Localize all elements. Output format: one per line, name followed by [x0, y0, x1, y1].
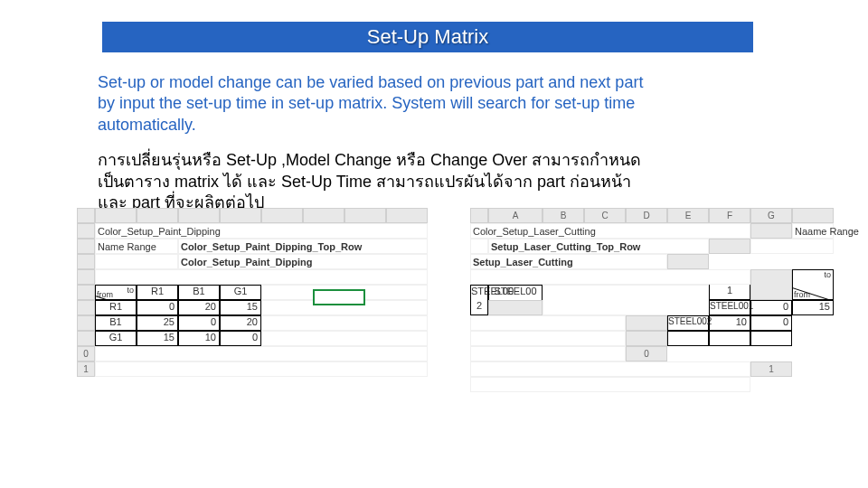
- name-range-1-left: Color_Setup_Paint_Dipping_Top_Row: [178, 239, 428, 254]
- name-range-2-left: Color_Setup_Paint_Dipping: [178, 254, 428, 269]
- matrix-cell[interactable]: 15: [792, 300, 834, 315]
- matrix-cell[interactable]: 10: [709, 315, 750, 331]
- row-header[interactable]: STEEL002: [667, 315, 709, 331]
- description-block: Set-up or model change can be varied bas…: [98, 72, 658, 213]
- row-header[interactable]: G1: [95, 331, 137, 346]
- row-header[interactable]: STEEL001: [709, 300, 750, 315]
- name-range-1-right: Setup_Laser_Cutting_Top_Row: [488, 239, 709, 254]
- row-header[interactable]: B1: [95, 315, 137, 331]
- matrix-cell[interactable]: 15: [220, 300, 261, 315]
- matrix-cell[interactable]: 10: [178, 331, 220, 346]
- from-to-corner-left: to from: [95, 285, 137, 300]
- matrix-cell[interactable]: 25: [137, 315, 178, 331]
- spreadsheet-right: A B C D E F G Color_Setup_Laser_Cutting …: [470, 208, 814, 392]
- spreadsheet-left: Color_Setup_Paint_Dipping Name Range Col…: [77, 208, 402, 392]
- col-header[interactable]: STEEL00: [488, 285, 542, 300]
- col-header[interactable]: B1: [178, 285, 220, 300]
- col-header[interactable]: G1: [220, 285, 261, 300]
- matrix-cell[interactable]: 15: [137, 331, 178, 346]
- description-en: Set-up or model change can be varied bas…: [98, 72, 658, 136]
- matrix-cell[interactable]: 0: [137, 300, 178, 315]
- matrix-cell[interactable]: 20: [178, 300, 220, 315]
- sheet-title-right: Color_Setup_Laser_Cutting: [470, 223, 750, 239]
- page-title-bar: Set-Up Matrix: [102, 22, 753, 52]
- from-to-corner-right: to from: [792, 269, 834, 300]
- row-header[interactable]: R1: [95, 300, 137, 315]
- description-th: การเปลี่ยนรุ่นหรือ Set-Up ,Model Change …: [98, 150, 658, 213]
- col-header[interactable]: STEEL00: [470, 285, 488, 300]
- page-title: Set-Up Matrix: [367, 25, 488, 48]
- sheet-title-left: Color_Setup_Paint_Dipping: [95, 223, 428, 239]
- matrix-cell[interactable]: 20: [220, 315, 261, 331]
- panels-row: Color_Setup_Paint_Dipping Name Range Col…: [77, 208, 814, 392]
- matrix-cell[interactable]: 0: [178, 315, 220, 331]
- col-header[interactable]: R1: [137, 285, 178, 300]
- name-range-2-right: Setup_Laser_Cutting: [470, 254, 667, 269]
- matrix-cell[interactable]: 0: [750, 315, 792, 331]
- name-range-label-right: Naame Range: [792, 223, 834, 239]
- matrix-cell[interactable]: 0: [750, 300, 792, 315]
- matrix-cell[interactable]: 0: [220, 331, 261, 346]
- name-range-label-left: Name Range: [95, 239, 178, 254]
